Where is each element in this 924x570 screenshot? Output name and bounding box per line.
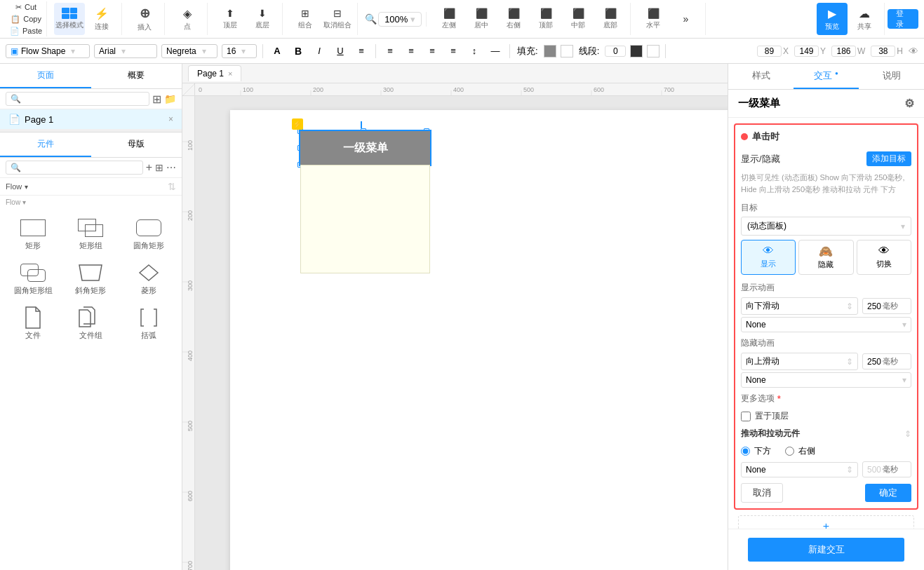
insert-btn[interactable]: ⊕ 插入 [129, 3, 160, 35]
none-selector[interactable]: None ⇕ [741, 462, 858, 477]
paste-btn[interactable]: 📄Paste [10, 25, 42, 36]
shape-file-group-item[interactable]: 文件组 [63, 303, 118, 345]
flow-selector[interactable]: Flow ▾ [6, 182, 168, 191]
preview-btn[interactable]: ▶ 预览 [817, 3, 848, 35]
shape-round-rect-item[interactable]: 圆角矩形 [121, 213, 176, 255]
tab-components[interactable]: 元件 [0, 133, 91, 157]
canvas-tab-close[interactable]: × [228, 69, 232, 78]
italic-btn[interactable]: I [311, 43, 328, 60]
copy-btn[interactable]: 📋Copy [10, 13, 42, 25]
stroke-color-box[interactable] [630, 45, 643, 57]
vis-btn-hide[interactable]: 🙈 隐藏 [798, 240, 853, 275]
shape-bracket-item[interactable]: 括弧 [121, 303, 176, 345]
login-btn[interactable]: 登录 [888, 9, 918, 29]
page-search-input[interactable] [24, 94, 145, 104]
share-btn[interactable]: ☁ 共享 [849, 3, 880, 35]
direction-down-radio[interactable] [741, 447, 750, 456]
tab-pages[interactable]: 页面 [0, 64, 91, 88]
comp-copy-btn[interactable]: ⊞ [155, 162, 163, 173]
fill-type-btn[interactable] [561, 45, 573, 57]
page-close-icon[interactable]: × [168, 114, 173, 124]
add-interaction-btn[interactable]: + [738, 515, 914, 529]
cut-btn[interactable]: ✂Cut [10, 1, 42, 13]
align-top-btn[interactable]: ⬛ 顶部 [530, 3, 561, 35]
ungroup-btn[interactable]: ⊟ 取消组合 [322, 3, 353, 35]
new-interaction-btn[interactable]: 新建交互 [748, 538, 904, 562]
tab-outline[interactable]: 概要 [91, 64, 182, 88]
stroke-style-btn[interactable] [647, 45, 659, 57]
canvas-tab-page1[interactable]: Page 1 × [188, 65, 241, 81]
tab-masters[interactable]: 母版 [91, 133, 182, 157]
tab-interaction[interactable]: 交互 ● [794, 64, 859, 89]
coord-x-input[interactable] [757, 46, 782, 57]
select-mode-btn[interactable]: 选择模式 [54, 3, 85, 35]
show-anim-type-selector[interactable]: 向下滑动 ⇕ [741, 297, 858, 315]
group-btn[interactable]: ⊞ 组合 [290, 3, 321, 35]
shape-rect-item[interactable]: 矩形 [6, 213, 60, 255]
coord-y-input[interactable] [794, 46, 819, 57]
align-justify-btn[interactable]: ≡ [445, 43, 462, 60]
flow-arrows[interactable]: ⇅ [168, 181, 176, 192]
align-left-text-btn[interactable]: ≡ [382, 43, 399, 60]
connect-btn[interactable]: ⚡ 连接 [86, 3, 117, 35]
point-btn[interactable]: ◈ 点 [172, 3, 203, 35]
bottom-layer-btn[interactable]: ⬇ 底层 [247, 3, 278, 35]
flow-sub-category[interactable]: Flow ▾ [0, 196, 182, 209]
align-left-btn[interactable]: ⬛ 左侧 [434, 3, 464, 35]
underline-btn[interactable]: U [332, 43, 349, 60]
show-easing-selector[interactable]: None ▾ [741, 317, 911, 332]
shape-rect-group-item[interactable]: 矩形组 [63, 213, 118, 255]
zoom-input[interactable]: 100% ▾ [378, 12, 422, 27]
cancel-btn[interactable]: 取消 [741, 483, 783, 503]
more-options-row[interactable]: 更多选项 * [741, 390, 911, 407]
line-height-btn[interactable]: ↕ [466, 43, 483, 60]
add-target-btn[interactable]: 添加目标 [866, 151, 911, 166]
canvas-element-header[interactable]: 一级菜单 [300, 131, 430, 165]
align-center-text-btn[interactable]: ≡ [403, 43, 420, 60]
add-comp-btn[interactable]: + [146, 161, 152, 174]
fill-color-box[interactable] [544, 45, 556, 57]
font-variant-selector[interactable]: Negreta ▾ [161, 44, 217, 58]
font-selector[interactable]: Arial ▾ [94, 44, 157, 58]
vis-btn-toggle[interactable]: 👁 切换 [857, 240, 911, 275]
shape-file-item[interactable]: 文件 [6, 303, 60, 345]
more-align-btn[interactable]: » [670, 3, 701, 35]
align-middle-btn[interactable]: ⬛ 中部 [563, 3, 594, 35]
canvas-viewport[interactable]: ⚡ 一级菜单 [195, 96, 728, 570]
comp-search-input[interactable] [24, 163, 138, 172]
bold-btn[interactable]: B [290, 43, 307, 60]
confirm-btn[interactable]: 确定 [865, 484, 911, 502]
text-color-btn[interactable]: A [269, 43, 286, 60]
align-bottom-btn[interactable]: ⬛ 底部 [595, 3, 626, 35]
coord-w-input[interactable] [831, 46, 856, 57]
top-layer-checkbox[interactable] [741, 412, 751, 421]
coord-h-input[interactable] [871, 46, 895, 57]
top-layer-btn[interactable]: ⬆ 顶层 [215, 3, 246, 35]
hide-anim-type-selector[interactable]: 向上滑动 ⇕ [741, 353, 858, 370]
page-item[interactable]: 📄 Page 1 × [0, 109, 182, 129]
target-selector[interactable]: (动态面板) ▾ [741, 217, 911, 236]
vis-btn-show[interactable]: 👁 显示 [741, 240, 796, 275]
title-settings-icon[interactable]: ⚙ [904, 97, 914, 110]
more-text-btn[interactable]: — [487, 43, 504, 60]
shape-round-rect-group-item[interactable]: 圆角矩形组 [6, 258, 60, 300]
tab-style[interactable]: 样式 [728, 64, 794, 89]
list-btn[interactable]: ≡ [353, 43, 370, 60]
direction-down-option[interactable]: 下方 [741, 445, 771, 457]
shape-diamond-item[interactable]: 菱形 [121, 258, 176, 300]
font-size-selector[interactable]: 16 ▾ [222, 44, 257, 58]
shape-selector[interactable]: ▣ Flow Shape ▾ [6, 44, 90, 58]
page-folder-btn[interactable]: 📁 [164, 93, 176, 104]
shape-oblique-rect-item[interactable]: 斜角矩形 [63, 258, 118, 300]
align-right-text-btn[interactable]: ≡ [424, 43, 441, 60]
hide-easing-selector[interactable]: None ▾ [741, 372, 911, 388]
visibility-toggle[interactable]: 👁 [909, 46, 918, 57]
direction-right-radio[interactable] [785, 447, 794, 456]
distribute-h-btn[interactable]: ⬛ 水平 [638, 3, 669, 35]
add-page-btn[interactable]: ⊞ [152, 93, 161, 106]
stroke-value-input[interactable] [605, 46, 626, 57]
comp-more-btn[interactable]: ⋯ [166, 162, 176, 173]
push-selector-arrow[interactable]: ⇕ [904, 429, 911, 439]
canvas-element-body[interactable] [300, 165, 430, 273]
direction-right-option[interactable]: 右侧 [785, 445, 815, 457]
